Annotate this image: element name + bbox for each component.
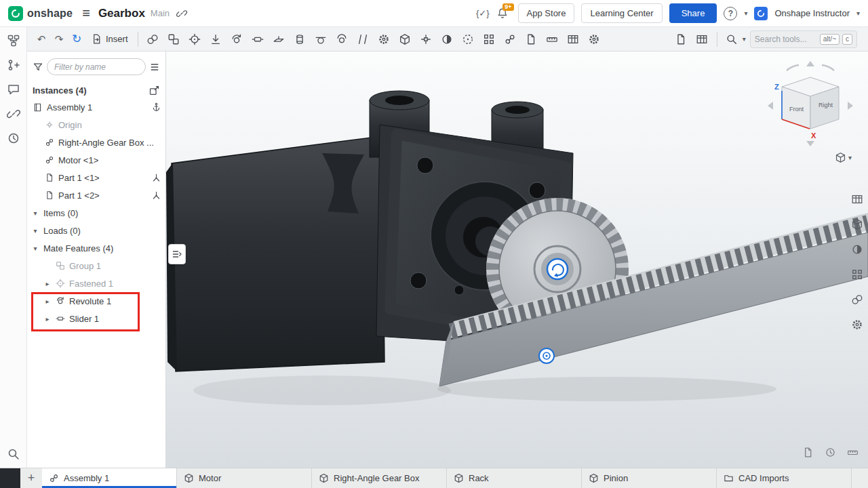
named-views-icon[interactable] [849,216,865,232]
tree-item-part-1-1[interactable]: Part 1 <1> [27,169,165,186]
measure-tool-icon[interactable] [542,30,563,49]
roll-cw-arrow[interactable] [822,65,834,70]
chevron-down-icon[interactable]: ▾ [31,245,39,252]
tab-assembly-1[interactable]: Assembly 1 [42,468,177,488]
insert-instance-icon[interactable] [149,85,160,96]
featurescript-icon[interactable]: {✓} [476,8,490,18]
explode-view-icon[interactable] [416,30,437,49]
bom-table-icon[interactable] [692,30,713,49]
chevron-right-icon[interactable]: ▸ [43,280,52,287]
help-button[interactable]: ? [724,7,737,20]
tab-pinion[interactable]: Pinion [582,468,717,488]
slider-mate-marker[interactable] [539,348,554,363]
notifications-button[interactable]: 9+ [496,7,509,20]
link-documents-icon[interactable] [7,107,20,121]
replicate-icon[interactable] [500,30,521,49]
planar-mate-icon[interactable] [269,30,290,49]
mate-connector-icon[interactable] [184,30,205,49]
revolute-mate-marker[interactable] [547,259,568,279]
tree-item-part-1-2[interactable]: Part 1 <2> [27,186,165,204]
filter-input[interactable] [47,58,146,75]
tree-item-revolute-1[interactable]: ▸ Revolute 1 [27,292,165,310]
configurations-icon[interactable] [584,30,605,49]
pattern-panel-icon[interactable] [849,266,865,283]
roll-ccw-arrow[interactable] [787,65,799,70]
revolute-mate-icon[interactable] [226,30,248,49]
onshape-logo-icon[interactable] [8,6,23,21]
tree-item-slider-1[interactable]: ▸ Slider 1 [27,310,165,327]
instance-axes-icon[interactable] [151,190,161,201]
pin-slot-mate-icon[interactable] [311,30,332,49]
chevron-down-icon[interactable]: ▾ [31,227,39,235]
help-caret-icon[interactable]: ▾ [744,9,747,17]
add-tab-button[interactable]: + [20,468,42,488]
bom-icon[interactable] [563,30,584,49]
rotate-up-arrow[interactable] [806,61,814,66]
parallel-mate-icon[interactable] [353,30,374,49]
undo-button[interactable]: ↶ [33,30,50,49]
search-tools-input[interactable] [755,35,817,44]
share-link-icon[interactable] [176,8,187,19]
tree-item-assembly-1[interactable]: Assembly 1 [27,98,165,116]
panel-handle-button[interactable] [168,244,186,264]
rotate-left-arrow[interactable] [768,102,773,110]
graphics-viewport[interactable]: Front Right Z X ▾ [166,52,868,468]
insert-button[interactable]: Insert [85,31,134,47]
comments-icon[interactable] [7,83,20,96]
section-mate-features[interactable]: ▾ Mate Features (4) [27,239,165,257]
filter-icon[interactable] [33,62,43,73]
learning-center-button[interactable]: Learning Center [581,3,662,23]
search-zoom-icon[interactable] [7,447,20,461]
instance-axes-icon[interactable] [151,173,161,183]
account-name[interactable]: Onshape Instructor [774,8,850,18]
linear-pattern-icon[interactable] [479,30,500,49]
search-tools-caret-icon[interactable]: ▾ [743,35,746,43]
display-states-icon[interactable] [437,30,458,49]
tree-item-group-1[interactable]: Group 1 [27,257,165,274]
tab-motor[interactable]: Motor [177,468,312,488]
sheets-icon[interactable] [802,447,814,458]
group-icon[interactable] [163,30,184,49]
cylindrical-mate-icon[interactable] [290,30,311,49]
bom-panel-icon[interactable] [849,191,865,207]
tab-cad-imports[interactable]: CAD Imports [717,468,852,488]
assembly-feature-icon[interactable] [521,30,542,49]
chevron-right-icon[interactable]: ▸ [43,298,52,305]
fastened-mate-icon[interactable] [205,30,226,49]
tab-right-angle-gear-box[interactable]: Right-Angle Gear Box [312,468,447,488]
account-caret-icon[interactable]: ▾ [856,9,860,17]
tree-item-fastened-1[interactable]: ▸ Fastened 1 [27,274,165,292]
ball-mate-icon[interactable] [332,30,353,49]
measure-icon[interactable] [847,447,859,458]
tree-item-origin[interactable]: Origin [27,116,165,134]
share-button[interactable]: Share [669,3,717,23]
history-icon[interactable] [7,131,20,145]
tab-rack[interactable]: Rack [447,468,582,488]
account-logo-icon[interactable] [754,7,768,20]
sheet-icon[interactable] [671,30,692,49]
sync-button[interactable]: ↻ [68,30,85,49]
mate-connector-anchor-icon[interactable] [151,102,161,113]
chevron-right-icon[interactable]: ▸ [43,315,52,323]
section-view-icon[interactable] [849,241,865,258]
view-menu-button[interactable]: ▾ [835,152,852,163]
tree-item-motor[interactable]: Motor <1> [27,151,165,169]
versions-icon[interactable] [7,34,20,47]
workspace-name[interactable]: Main [151,8,170,18]
snap-mode-icon[interactable] [395,30,416,49]
document-menu-icon[interactable]: ≡ [82,5,90,21]
search-tools-icon[interactable] [722,30,743,49]
mate-icon[interactable] [142,30,163,49]
rotate-right-arrow[interactable] [848,102,853,110]
app-store-button[interactable]: App Store [518,3,575,23]
named-positions-icon[interactable] [458,30,479,49]
view-cube[interactable]: Front Right Z X [760,57,861,152]
chevron-down-icon[interactable]: ▾ [31,209,39,217]
mate-relation-icon[interactable] [374,30,395,49]
list-view-icon[interactable] [149,62,160,73]
section-loads[interactable]: ▾ Loads (0) [27,222,165,239]
slider-mate-icon[interactable] [248,30,269,49]
appearance-icon[interactable] [849,291,865,308]
branch-icon[interactable] [7,58,20,72]
tree-item-right-angle-gear-box[interactable]: Right-Angle Gear Box ... [27,134,165,151]
